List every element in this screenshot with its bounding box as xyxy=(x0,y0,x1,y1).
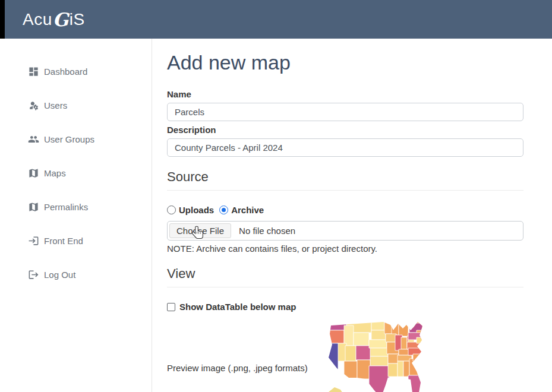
state-KS xyxy=(370,348,388,356)
state-LA xyxy=(388,363,398,377)
state-MS xyxy=(398,361,403,377)
state-GA xyxy=(409,359,419,375)
logout-icon xyxy=(28,269,39,280)
state-NE xyxy=(369,340,387,348)
archive-file-input[interactable]: Choose File No file chosen xyxy=(167,221,523,241)
state-OR xyxy=(327,330,344,343)
state-AR xyxy=(388,354,399,363)
sidebar-item-maps[interactable]: Maps xyxy=(28,167,152,179)
preview-image-label: Preview image (.png, .jpeg formats) xyxy=(167,363,324,373)
state-SD xyxy=(371,330,386,340)
datatable-checkbox[interactable] xyxy=(167,303,175,311)
uploads-radio-label[interactable]: Uploads xyxy=(179,205,214,215)
sidebar-item-front-end[interactable]: Front End xyxy=(28,235,152,246)
choose-file-button[interactable]: Choose File xyxy=(169,223,231,238)
main-content: Add new map Name Description Source Uplo… xyxy=(167,39,523,392)
sidebar-item-users[interactable]: Users xyxy=(28,99,152,111)
sidebar-item-permalinks[interactable]: Permalinks xyxy=(28,201,152,213)
us-choropleth-preview-image xyxy=(324,321,425,392)
state-IA xyxy=(386,334,396,342)
view-section-heading: View xyxy=(167,266,523,287)
sidebar-item-label: Front End xyxy=(44,236,83,246)
map-icon xyxy=(28,167,39,179)
archive-radio-label[interactable]: Archive xyxy=(231,205,264,215)
logo-text-prefix: Acu xyxy=(23,10,52,29)
state-IN xyxy=(401,337,407,349)
users-group-icon xyxy=(28,134,39,145)
login-icon xyxy=(28,235,39,246)
dashboard-icon xyxy=(28,66,39,77)
sidebar-item-user-groups[interactable]: User Groups xyxy=(28,133,152,145)
state-WA xyxy=(329,321,346,330)
state-WI xyxy=(392,323,399,335)
state-ND xyxy=(371,321,384,330)
state-WY xyxy=(354,333,369,346)
logo-text-g: G xyxy=(53,9,69,30)
datatable-checkbox-row: Show DataTable below map xyxy=(167,302,523,312)
state-NM xyxy=(357,360,370,379)
uploads-radio[interactable] xyxy=(167,206,176,214)
datatable-checkbox-label[interactable]: Show DataTable below map xyxy=(179,302,296,312)
preview-image-row: Preview image (.png, .jpeg formats) xyxy=(167,328,523,392)
map-icon xyxy=(28,201,39,213)
state-AK xyxy=(324,385,348,392)
archive-note-text: NOTE: Archive can contains files, or pro… xyxy=(167,244,523,254)
sidebar-item-label: Log Out xyxy=(44,270,75,280)
sidebar-item-log-out[interactable]: Log Out xyxy=(28,268,152,280)
state-CA xyxy=(324,343,338,371)
archive-radio[interactable] xyxy=(219,206,228,214)
state-OK xyxy=(370,356,388,366)
state-ID xyxy=(344,325,354,346)
name-label: Name xyxy=(167,89,523,99)
state-AL xyxy=(403,361,409,377)
description-label: Description xyxy=(167,125,523,135)
sidebar-item-label: Users xyxy=(44,100,67,110)
sidebar-item-label: User Groups xyxy=(44,134,94,144)
state-UT xyxy=(345,346,356,361)
sidebar-item-label: Permalinks xyxy=(44,202,88,212)
file-status-text: No file chosen xyxy=(239,226,295,236)
state-SC xyxy=(413,354,421,361)
source-section-heading: Source xyxy=(167,169,523,191)
state-MI xyxy=(399,323,408,336)
sidebar-item-label: Maps xyxy=(44,168,66,178)
sidebar-nav: Dashboard Users User Groups Maps Permali… xyxy=(0,39,152,392)
state-FL xyxy=(408,375,425,392)
state-AZ xyxy=(344,361,357,379)
window-edge-strip xyxy=(0,0,5,39)
state-TX xyxy=(369,366,389,392)
acugis-logo[interactable]: AcuGiS xyxy=(23,0,85,39)
sidebar-item-dashboard[interactable]: Dashboard xyxy=(28,65,152,77)
sidebar-item-label: Dashboard xyxy=(44,67,87,77)
user-gear-icon xyxy=(28,100,39,111)
logo-text-suffix: iS xyxy=(70,10,85,29)
page-title: Add new map xyxy=(167,51,523,74)
name-input[interactable] xyxy=(167,103,523,121)
state-NV xyxy=(337,343,346,361)
app-header: AcuGiS xyxy=(0,0,552,39)
source-radio-group: Uploads Archive xyxy=(167,205,523,215)
state-NJ xyxy=(417,337,424,343)
description-input[interactable] xyxy=(167,138,523,157)
